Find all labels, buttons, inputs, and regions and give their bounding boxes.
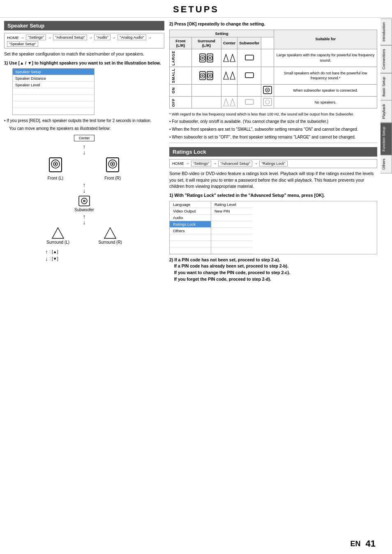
ratings-menu-left: Language Video Output Audio Ratings Lock… (170, 201, 211, 254)
sidebar-tab-function-setup[interactable]: Function Setup (380, 123, 392, 155)
main-content: Speaker Setup HOME → "Settings" → "Advan… (0, 18, 392, 286)
table-row-large: LARGE (170, 49, 377, 67)
row-label-small: SMALL (170, 67, 192, 85)
rl-path-settings: "Settings" (191, 161, 211, 166)
path-settings: "Settings" (26, 35, 46, 40)
small-surround-speakers (221, 67, 238, 85)
rl-menu-blank-1 (170, 234, 211, 241)
rl-menu-r-blank-5 (211, 241, 252, 247)
large-center-speaker (238, 49, 261, 67)
off-front (191, 97, 221, 108)
center-speaker-item: Center (74, 135, 94, 142)
path-analog-audio: "Analog Audio" (118, 35, 146, 40)
sidebar-tab-introduction[interactable]: Introduction (380, 18, 392, 45)
front-left-label: Front (L) (48, 176, 63, 180)
sub-arrows: ↑ ↓ (83, 182, 86, 194)
svg-point-3 (55, 163, 56, 165)
col-header-subwoofer: Subwoofer (238, 37, 261, 49)
setting-bullet-3: • When subwoofer is set to "OFF", the fr… (169, 134, 377, 140)
on-center (238, 85, 261, 97)
center-arrows: ↑ ↓ (83, 144, 86, 155)
page-footer: EN 41 (350, 538, 376, 549)
path-audio: "Audio" (94, 35, 110, 40)
on-suitable: When subwoofer speaker is connected. (274, 85, 377, 97)
small-suitable: Small speakers which do not bare the pow… (274, 67, 377, 85)
speaker-setup-menu: Speaker Setup Speaker Distance Speaker L… (12, 68, 95, 115)
rl-menu-r-blank-6 (211, 247, 252, 254)
front-right-label: Front (R) (104, 176, 121, 180)
svg-marker-38 (224, 99, 228, 106)
sidebar-tab-basic-setup[interactable]: Basic Setup (380, 73, 392, 100)
sidebar-tab-others[interactable]: Others (380, 155, 392, 173)
ratings-menu-right: Rating Level New PIN (211, 201, 252, 254)
setting-bullet-2: • When the front speakers are set to "SM… (169, 126, 377, 132)
on-front (191, 85, 221, 97)
path-speaker-setup: "Speaker Setup" (7, 41, 38, 47)
row-label-on: ON (170, 85, 192, 97)
page-title: SETUPS (0, 0, 392, 18)
legend-down: ↓ : [▼] (45, 256, 58, 262)
menu-item-blank-2 (13, 95, 94, 102)
svg-rect-34 (245, 73, 254, 78)
menu-item-blank-3 (13, 102, 94, 108)
rl-menu-ratings-lock: Ratings Lock (170, 221, 211, 228)
sidebar-tab-connections[interactable]: Connections (380, 45, 392, 73)
footnote-asterisk: * With regard to the low frequency sound… (169, 112, 377, 117)
right-column: 2) Press [OK] repeatedly to change the s… (169, 21, 377, 283)
svg-rect-40 (245, 99, 254, 104)
svg-point-37 (267, 89, 268, 91)
subwoofer-label: Subwoofer (74, 208, 94, 212)
large-subwoofer (261, 49, 274, 67)
subwoofer-item: Subwoofer (74, 195, 94, 212)
menu-item-blank-4 (13, 108, 94, 115)
col-header-surround: Surround (L/R) (191, 37, 221, 49)
rl-menu-blank-2 (170, 241, 211, 247)
speaker-illustration: Center ↑ ↓ Front (L) (4, 135, 164, 262)
off-surround (221, 97, 238, 108)
ratings-lock-path: HOME → "Settings" → "Advanced Setup" → "… (169, 159, 377, 168)
svg-marker-22 (230, 54, 235, 62)
rl-arrow-2: → (213, 161, 217, 166)
left-column: Speaker Setup HOME → "Settings" → "Advan… (4, 21, 164, 283)
small-subwoofer (261, 67, 274, 85)
table-row-on: ON When subwoofer speaker is connected. (170, 85, 377, 97)
large-surround-speakers (221, 49, 238, 67)
center-speaker-box: Center (74, 135, 94, 141)
step1-header: 1) Use [▲ / ▼] to highlight speakers you… (4, 60, 164, 66)
off-suitable: No speakers. (274, 97, 377, 108)
rl-menu-r-blank-4 (211, 234, 252, 241)
path-arrow-4: → (112, 35, 116, 40)
svg-marker-12 (104, 228, 116, 238)
svg-point-31 (210, 75, 210, 76)
rl-menu-r-blank-1 (211, 215, 252, 221)
front-right-icon (106, 157, 120, 175)
rl-menu-rating-level: Rating Level (211, 201, 252, 208)
table-row-off: OFF No speakers. (170, 97, 377, 108)
surround-speaker-row: Surround (L) Surround (R) (46, 227, 122, 245)
front-left-speaker: Front (L) (48, 157, 63, 180)
rl-path-home: HOME (172, 161, 184, 166)
col-header-center: Center (221, 37, 238, 49)
svg-marker-21 (224, 54, 228, 62)
svg-marker-11 (52, 228, 64, 238)
rl-menu-new-pin: New PIN (211, 208, 252, 215)
col-header-front: Front (L/R) (170, 37, 192, 49)
path-arrow-1: → (21, 35, 25, 40)
rl-menu-audio: Audio (170, 215, 211, 221)
svg-point-9 (81, 198, 87, 204)
large-suitable: Large speakers with the capacity for pow… (274, 49, 377, 67)
small-center-speaker (238, 67, 261, 85)
rl-path-advanced: "Advanced Setup" (218, 161, 252, 166)
svg-rect-8 (79, 196, 90, 206)
large-front-speakers (191, 49, 221, 67)
path-arrow-2: → (48, 35, 52, 40)
speaker-bullet-1: • If you press [RED], each speaker outpu… (4, 118, 164, 124)
off-center (238, 97, 261, 108)
ratings-lock-header: Ratings Lock (169, 147, 377, 157)
rl-menu-blank-3 (170, 247, 211, 254)
sidebar-tab-playback[interactable]: Playback (380, 100, 392, 123)
small-front-speakers (191, 67, 221, 85)
rl-arrow-3: → (254, 161, 258, 166)
legend-up: ↑ : [▲] (45, 249, 58, 255)
svg-point-16 (202, 58, 203, 58)
